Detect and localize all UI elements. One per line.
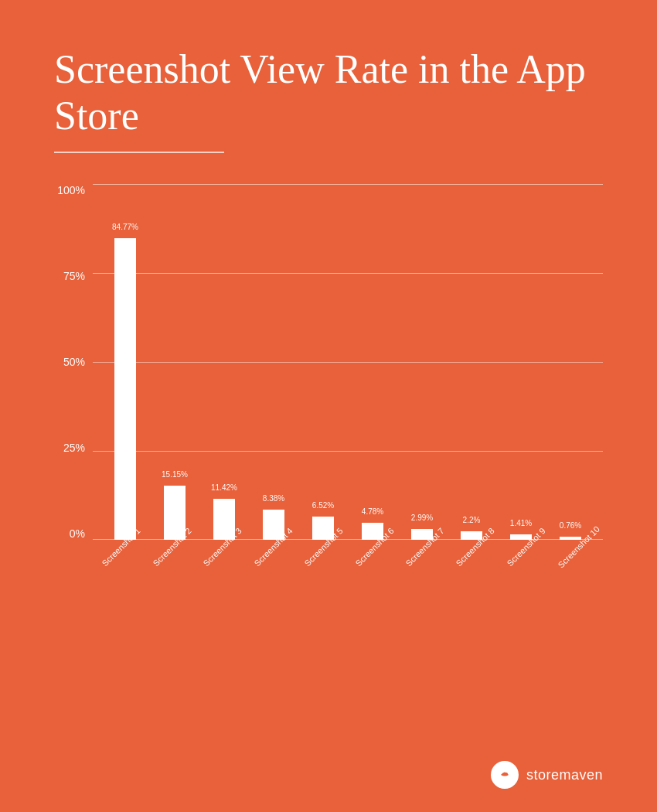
chart-wrapper: 100% 75% 50% 25% 0% 84.77%15.15%11.42%8.… [54, 184, 603, 586]
y-label-25: 25% [63, 442, 85, 454]
bar-value-label-3: 11.42% [211, 483, 237, 492]
bar-group: 4.78% [348, 184, 397, 540]
x-axis: Screenshot 1Screenshot 2Screenshot 3Scre… [93, 540, 603, 586]
bar-value-label-9: 1.41% [510, 519, 532, 527]
page-container: Screenshot View Rate in the App Store 10… [0, 0, 657, 812]
bar-group: 15.15% [150, 184, 199, 540]
x-label-group-5: Screenshot 5 [295, 540, 346, 586]
bar-group: 2.2% [447, 184, 496, 540]
plot-area: 84.77%15.15%11.42%8.38%6.52%4.78%2.99%2.… [93, 184, 603, 540]
logo-area: storemaven [491, 761, 603, 789]
bar-value-label-7: 2.99% [411, 513, 433, 522]
bar-group: 0.76% [546, 184, 595, 540]
y-label-75: 75% [63, 270, 85, 282]
y-label-50: 50% [63, 356, 85, 368]
bars-container: 84.77%15.15%11.42%8.38%6.52%4.78%2.99%2.… [93, 184, 603, 540]
bar-value-label-6: 4.78% [362, 507, 383, 516]
y-label-0: 0% [70, 527, 85, 540]
x-label-group-10: Screenshot 10 [548, 540, 603, 586]
logo-icon [491, 761, 519, 789]
bar-group: 84.77% [100, 184, 150, 540]
x-label-group-9: Screenshot 9 [498, 540, 548, 586]
x-label-group-7: Screenshot 7 [397, 540, 447, 586]
y-label-100: 100% [57, 184, 85, 196]
title-underline [54, 152, 224, 153]
bar-value-label-1: 84.77% [112, 223, 138, 231]
bar-value-label-2: 15.15% [162, 470, 188, 479]
bar-group: 1.41% [496, 184, 546, 540]
x-label-group-4: Screenshot 4 [244, 540, 294, 586]
x-label-group-3: Screenshot 3 [194, 540, 244, 586]
bar-group: 8.38% [249, 184, 298, 540]
title-section: Screenshot View Rate in the App Store [54, 46, 603, 153]
bar-value-label-4: 8.38% [263, 494, 284, 503]
bar-group: 2.99% [397, 184, 447, 540]
svg-point-1 [505, 773, 508, 776]
bar-value-label-5: 6.52% [312, 501, 334, 510]
bar-group: 11.42% [199, 184, 249, 540]
bar-value-label-10: 0.76% [560, 521, 581, 530]
bar-1: 84.77% [114, 238, 136, 540]
page-title: Screenshot View Rate in the App Store [54, 46, 603, 139]
x-label-group-8: Screenshot 8 [447, 540, 497, 586]
bar-value-label-8: 2.2% [463, 516, 481, 524]
logo-text: storemaven [526, 767, 603, 783]
x-label-group-2: Screenshot 2 [143, 540, 193, 586]
bar-group: 6.52% [298, 184, 348, 540]
x-label-group-6: Screenshot 6 [346, 540, 396, 586]
y-axis: 100% 75% 50% 25% 0% [54, 184, 93, 540]
chart-area: 100% 75% 50% 25% 0% 84.77%15.15%11.42%8.… [54, 184, 603, 586]
x-label-group-1: Screenshot 1 [93, 540, 143, 586]
